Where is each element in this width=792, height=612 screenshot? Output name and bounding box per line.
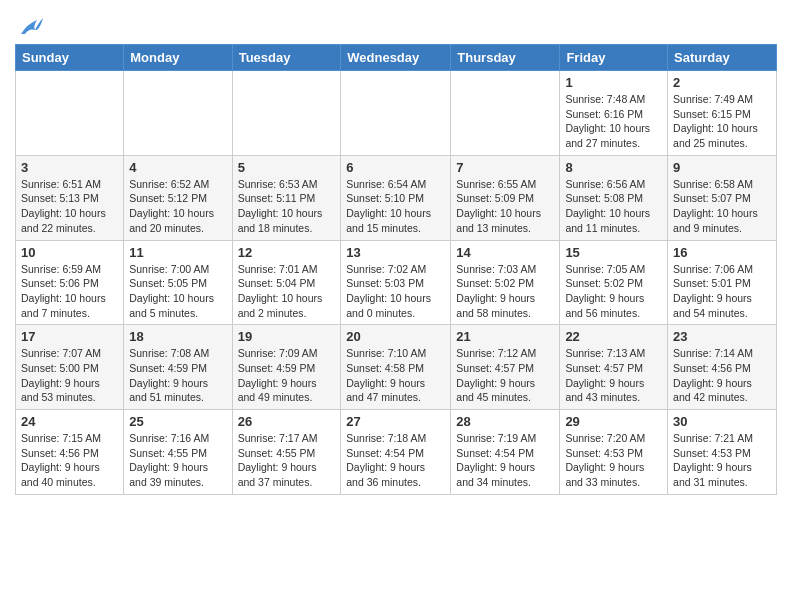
day-number: 12: [238, 245, 336, 260]
calendar-cell: 26Sunrise: 7:17 AM Sunset: 4:55 PM Dayli…: [232, 410, 341, 495]
calendar-cell: [451, 71, 560, 156]
calendar-cell: 13Sunrise: 7:02 AM Sunset: 5:03 PM Dayli…: [341, 240, 451, 325]
calendar-cell: 10Sunrise: 6:59 AM Sunset: 5:06 PM Dayli…: [16, 240, 124, 325]
day-info: Sunrise: 7:14 AM Sunset: 4:56 PM Dayligh…: [673, 346, 771, 405]
weekday-header-friday: Friday: [560, 45, 668, 71]
logo-bird-icon: [17, 16, 45, 38]
day-info: Sunrise: 6:53 AM Sunset: 5:11 PM Dayligh…: [238, 177, 336, 236]
week-row-4: 17Sunrise: 7:07 AM Sunset: 5:00 PM Dayli…: [16, 325, 777, 410]
calendar-cell: 30Sunrise: 7:21 AM Sunset: 4:53 PM Dayli…: [668, 410, 777, 495]
day-info: Sunrise: 7:07 AM Sunset: 5:00 PM Dayligh…: [21, 346, 118, 405]
week-row-1: 1Sunrise: 7:48 AM Sunset: 6:16 PM Daylig…: [16, 71, 777, 156]
day-info: Sunrise: 7:13 AM Sunset: 4:57 PM Dayligh…: [565, 346, 662, 405]
day-number: 6: [346, 160, 445, 175]
day-number: 23: [673, 329, 771, 344]
calendar-cell: [232, 71, 341, 156]
calendar-cell: 19Sunrise: 7:09 AM Sunset: 4:59 PM Dayli…: [232, 325, 341, 410]
weekday-header-wednesday: Wednesday: [341, 45, 451, 71]
day-info: Sunrise: 6:55 AM Sunset: 5:09 PM Dayligh…: [456, 177, 554, 236]
week-row-5: 24Sunrise: 7:15 AM Sunset: 4:56 PM Dayli…: [16, 410, 777, 495]
day-number: 29: [565, 414, 662, 429]
day-number: 3: [21, 160, 118, 175]
day-info: Sunrise: 7:19 AM Sunset: 4:54 PM Dayligh…: [456, 431, 554, 490]
calendar-cell: 24Sunrise: 7:15 AM Sunset: 4:56 PM Dayli…: [16, 410, 124, 495]
day-info: Sunrise: 6:56 AM Sunset: 5:08 PM Dayligh…: [565, 177, 662, 236]
header: [15, 10, 777, 38]
day-info: Sunrise: 7:09 AM Sunset: 4:59 PM Dayligh…: [238, 346, 336, 405]
calendar-cell: 15Sunrise: 7:05 AM Sunset: 5:02 PM Dayli…: [560, 240, 668, 325]
calendar-cell: 7Sunrise: 6:55 AM Sunset: 5:09 PM Daylig…: [451, 155, 560, 240]
day-number: 17: [21, 329, 118, 344]
calendar: SundayMondayTuesdayWednesdayThursdayFrid…: [15, 44, 777, 495]
week-row-3: 10Sunrise: 6:59 AM Sunset: 5:06 PM Dayli…: [16, 240, 777, 325]
day-number: 26: [238, 414, 336, 429]
calendar-cell: 28Sunrise: 7:19 AM Sunset: 4:54 PM Dayli…: [451, 410, 560, 495]
calendar-cell: 5Sunrise: 6:53 AM Sunset: 5:11 PM Daylig…: [232, 155, 341, 240]
calendar-cell: [341, 71, 451, 156]
day-info: Sunrise: 7:03 AM Sunset: 5:02 PM Dayligh…: [456, 262, 554, 321]
calendar-cell: 16Sunrise: 7:06 AM Sunset: 5:01 PM Dayli…: [668, 240, 777, 325]
day-info: Sunrise: 6:51 AM Sunset: 5:13 PM Dayligh…: [21, 177, 118, 236]
day-number: 20: [346, 329, 445, 344]
day-info: Sunrise: 7:48 AM Sunset: 6:16 PM Dayligh…: [565, 92, 662, 151]
day-info: Sunrise: 6:52 AM Sunset: 5:12 PM Dayligh…: [129, 177, 226, 236]
day-info: Sunrise: 6:54 AM Sunset: 5:10 PM Dayligh…: [346, 177, 445, 236]
calendar-cell: [124, 71, 232, 156]
calendar-cell: 23Sunrise: 7:14 AM Sunset: 4:56 PM Dayli…: [668, 325, 777, 410]
calendar-cell: [16, 71, 124, 156]
day-info: Sunrise: 7:00 AM Sunset: 5:05 PM Dayligh…: [129, 262, 226, 321]
calendar-cell: 2Sunrise: 7:49 AM Sunset: 6:15 PM Daylig…: [668, 71, 777, 156]
calendar-cell: 8Sunrise: 6:56 AM Sunset: 5:08 PM Daylig…: [560, 155, 668, 240]
day-number: 11: [129, 245, 226, 260]
day-info: Sunrise: 7:18 AM Sunset: 4:54 PM Dayligh…: [346, 431, 445, 490]
weekday-header-monday: Monday: [124, 45, 232, 71]
weekday-header-sunday: Sunday: [16, 45, 124, 71]
calendar-cell: 17Sunrise: 7:07 AM Sunset: 5:00 PM Dayli…: [16, 325, 124, 410]
day-number: 25: [129, 414, 226, 429]
weekday-header-thursday: Thursday: [451, 45, 560, 71]
day-number: 21: [456, 329, 554, 344]
day-number: 10: [21, 245, 118, 260]
day-number: 14: [456, 245, 554, 260]
calendar-cell: 25Sunrise: 7:16 AM Sunset: 4:55 PM Dayli…: [124, 410, 232, 495]
calendar-cell: 9Sunrise: 6:58 AM Sunset: 5:07 PM Daylig…: [668, 155, 777, 240]
day-info: Sunrise: 7:10 AM Sunset: 4:58 PM Dayligh…: [346, 346, 445, 405]
logo: [15, 16, 45, 38]
day-number: 7: [456, 160, 554, 175]
day-number: 4: [129, 160, 226, 175]
day-info: Sunrise: 7:21 AM Sunset: 4:53 PM Dayligh…: [673, 431, 771, 490]
day-info: Sunrise: 6:59 AM Sunset: 5:06 PM Dayligh…: [21, 262, 118, 321]
day-number: 18: [129, 329, 226, 344]
day-info: Sunrise: 7:20 AM Sunset: 4:53 PM Dayligh…: [565, 431, 662, 490]
day-number: 9: [673, 160, 771, 175]
weekday-header-saturday: Saturday: [668, 45, 777, 71]
day-number: 30: [673, 414, 771, 429]
day-number: 1: [565, 75, 662, 90]
calendar-cell: 29Sunrise: 7:20 AM Sunset: 4:53 PM Dayli…: [560, 410, 668, 495]
day-number: 24: [21, 414, 118, 429]
day-info: Sunrise: 7:01 AM Sunset: 5:04 PM Dayligh…: [238, 262, 336, 321]
day-number: 22: [565, 329, 662, 344]
day-info: Sunrise: 7:02 AM Sunset: 5:03 PM Dayligh…: [346, 262, 445, 321]
day-number: 13: [346, 245, 445, 260]
calendar-cell: 3Sunrise: 6:51 AM Sunset: 5:13 PM Daylig…: [16, 155, 124, 240]
day-number: 15: [565, 245, 662, 260]
calendar-cell: 21Sunrise: 7:12 AM Sunset: 4:57 PM Dayli…: [451, 325, 560, 410]
day-info: Sunrise: 7:49 AM Sunset: 6:15 PM Dayligh…: [673, 92, 771, 151]
day-info: Sunrise: 7:08 AM Sunset: 4:59 PM Dayligh…: [129, 346, 226, 405]
calendar-cell: 18Sunrise: 7:08 AM Sunset: 4:59 PM Dayli…: [124, 325, 232, 410]
day-info: Sunrise: 7:05 AM Sunset: 5:02 PM Dayligh…: [565, 262, 662, 321]
day-number: 2: [673, 75, 771, 90]
week-row-2: 3Sunrise: 6:51 AM Sunset: 5:13 PM Daylig…: [16, 155, 777, 240]
day-info: Sunrise: 7:17 AM Sunset: 4:55 PM Dayligh…: [238, 431, 336, 490]
calendar-cell: 4Sunrise: 6:52 AM Sunset: 5:12 PM Daylig…: [124, 155, 232, 240]
calendar-cell: 14Sunrise: 7:03 AM Sunset: 5:02 PM Dayli…: [451, 240, 560, 325]
calendar-cell: 20Sunrise: 7:10 AM Sunset: 4:58 PM Dayli…: [341, 325, 451, 410]
day-number: 19: [238, 329, 336, 344]
weekday-header-tuesday: Tuesday: [232, 45, 341, 71]
day-info: Sunrise: 7:15 AM Sunset: 4:56 PM Dayligh…: [21, 431, 118, 490]
day-info: Sunrise: 7:06 AM Sunset: 5:01 PM Dayligh…: [673, 262, 771, 321]
day-info: Sunrise: 6:58 AM Sunset: 5:07 PM Dayligh…: [673, 177, 771, 236]
day-number: 27: [346, 414, 445, 429]
calendar-cell: 6Sunrise: 6:54 AM Sunset: 5:10 PM Daylig…: [341, 155, 451, 240]
